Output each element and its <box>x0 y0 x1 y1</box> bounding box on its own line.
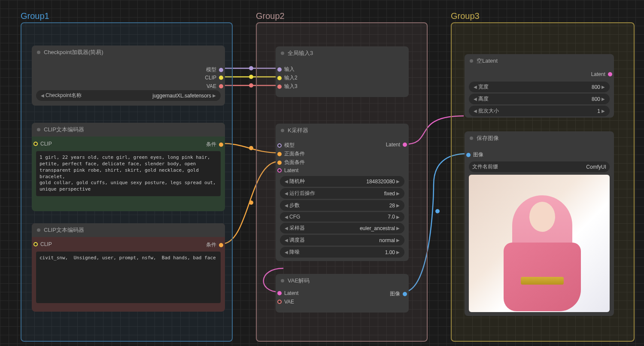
clip-text-positive-node[interactable]: CLIP文本编码器 CLIP 条件 1 girl, 22 years old, … <box>32 123 225 211</box>
input-port-latent[interactable] <box>277 168 282 173</box>
node-header[interactable]: 保存图像 <box>465 131 614 145</box>
ksampler-widget-6[interactable]: ◀降噪1.00▶ <box>280 247 404 258</box>
prompt-textarea[interactable]: civit_snw, Unsigned, user, prompt, nsfw,… <box>36 252 221 303</box>
vae-decode-node[interactable]: VAE解码 Latent 图像 VAE <box>276 274 409 313</box>
input-port-3[interactable] <box>277 85 282 89</box>
empty-latent-node[interactable]: 空Latent Latent ◀宽度800▶◀高度800▶◀批次大小1▶ <box>465 54 614 118</box>
clip-text-negative-node[interactable]: CLIP文本编码器 CLIP 条件 civit_snw, Unsigned, u… <box>32 223 225 312</box>
prev-arrow-icon[interactable]: ◀ <box>283 215 289 219</box>
collapse-dot[interactable] <box>37 51 40 54</box>
checkpoint-name-widget[interactable]: ◀Checkpoint名称juggernautXL.safetensors▶ <box>36 90 221 101</box>
save-image-node[interactable]: 保存图像 图像 文件名前缀ComfyUI <box>465 131 614 316</box>
ksampler-widget-3[interactable]: ◀CFG7.0▶ <box>280 212 404 222</box>
prev-arrow-icon[interactable]: ◀ <box>283 203 289 208</box>
next-arrow-icon[interactable]: ▶ <box>600 85 606 89</box>
node-header[interactable]: Checkpoint加载器(简易) <box>32 46 225 59</box>
next-arrow-icon[interactable]: ▶ <box>395 215 401 219</box>
output-image-preview[interactable] <box>469 175 610 312</box>
next-arrow-icon[interactable]: ▶ <box>600 109 606 113</box>
input-port-latent[interactable] <box>277 291 282 295</box>
ksampler-widget-1[interactable]: ◀运行后操作fixed▶ <box>280 188 404 199</box>
collapse-dot[interactable] <box>37 128 40 131</box>
group-1-title: Group1 <box>21 11 49 21</box>
output-port-vae[interactable] <box>219 84 223 88</box>
svg-point-5 <box>435 209 440 213</box>
next-arrow-icon[interactable]: ▶ <box>600 97 606 101</box>
ksampler-node[interactable]: K采样器 模型 Latent 正面条件 负面条件 Latent ◀随机种1848… <box>276 124 409 261</box>
next-arrow-icon[interactable]: ▶ <box>211 93 217 98</box>
next-arrow-icon[interactable]: ▶ <box>395 179 401 184</box>
group-2-title: Group2 <box>256 11 285 21</box>
prompt-textarea[interactable]: 1 girl, 22 years old, cute girl, green e… <box>36 151 221 196</box>
prev-arrow-icon[interactable]: ◀ <box>283 238 289 243</box>
ksampler-widget-5[interactable]: ◀调度器normal▶ <box>280 235 404 246</box>
collapse-dot[interactable] <box>470 137 473 140</box>
input-port-image[interactable] <box>466 153 471 157</box>
node-header[interactable]: CLIP文本编码器 <box>32 123 225 137</box>
collapse-dot[interactable] <box>281 129 284 132</box>
svg-point-1 <box>249 75 253 79</box>
input-port-model[interactable] <box>277 143 282 148</box>
ksampler-widget-0[interactable]: ◀随机种1848320080▶ <box>280 176 404 187</box>
node-header[interactable]: 空Latent <box>465 54 614 68</box>
output-port-conditioning[interactable] <box>219 243 223 247</box>
output-port-model[interactable] <box>219 68 223 72</box>
svg-point-3 <box>249 146 253 150</box>
next-arrow-icon[interactable]: ▶ <box>395 238 401 243</box>
next-arrow-icon[interactable]: ▶ <box>395 226 401 231</box>
prev-arrow-icon[interactable]: ◀ <box>283 250 289 255</box>
output-port-conditioning[interactable] <box>219 143 223 147</box>
latent-widget-2[interactable]: ◀批次大小1▶ <box>469 106 610 116</box>
input-port-negative[interactable] <box>277 161 282 165</box>
group-3-title: Group3 <box>451 11 480 21</box>
collapse-dot[interactable] <box>281 52 284 55</box>
input-port-positive[interactable] <box>277 152 282 156</box>
ksampler-widget-2[interactable]: ◀步数28▶ <box>280 200 404 211</box>
svg-point-0 <box>249 66 253 70</box>
input-port-vae[interactable] <box>277 300 282 304</box>
next-arrow-icon[interactable]: ▶ <box>395 191 401 196</box>
output-port-image[interactable] <box>403 292 407 296</box>
output-port-latent[interactable] <box>608 72 612 76</box>
node-header[interactable]: K采样器 <box>276 124 409 137</box>
latent-widget-0[interactable]: ◀宽度800▶ <box>469 82 610 92</box>
prev-arrow-icon[interactable]: ◀ <box>283 226 289 231</box>
filename-prefix-widget[interactable]: 文件名前缀ComfyUI <box>469 161 610 172</box>
output-port-clip[interactable] <box>219 76 223 80</box>
latent-widget-1[interactable]: ◀高度800▶ <box>469 94 610 104</box>
svg-point-2 <box>249 83 253 88</box>
collapse-dot[interactable] <box>37 228 40 232</box>
global-input-node[interactable]: 全局输入3 输入 输入2 输入3 <box>276 46 409 97</box>
input-port-clip[interactable] <box>33 142 38 146</box>
svg-point-4 <box>249 200 253 205</box>
collapse-dot[interactable] <box>281 279 284 282</box>
node-header[interactable]: CLIP文本编码器 <box>32 223 225 237</box>
prev-arrow-icon[interactable]: ◀ <box>472 109 478 113</box>
prev-arrow-icon[interactable]: ◀ <box>472 85 478 89</box>
next-arrow-icon[interactable]: ▶ <box>395 250 401 255</box>
prev-arrow-icon[interactable]: ◀ <box>283 179 289 184</box>
node-header[interactable]: 全局输入3 <box>276 46 409 60</box>
collapse-dot[interactable] <box>470 59 473 63</box>
prev-arrow-icon[interactable]: ◀ <box>472 97 478 101</box>
checkpoint-loader-node[interactable]: Checkpoint加载器(简易) 模型 CLIP VAE ◀Checkpoin… <box>32 46 225 106</box>
ksampler-widget-4[interactable]: ◀采样器euler_ancestral▶ <box>280 223 404 234</box>
node-header[interactable]: VAE解码 <box>276 274 409 288</box>
input-port-clip[interactable] <box>33 242 38 246</box>
next-arrow-icon[interactable]: ▶ <box>395 203 401 208</box>
output-port-latent[interactable] <box>403 143 407 147</box>
input-port-2[interactable] <box>277 76 282 80</box>
input-port-1[interactable] <box>277 67 282 72</box>
prev-arrow-icon[interactable]: ◀ <box>39 93 46 98</box>
prev-arrow-icon[interactable]: ◀ <box>283 191 289 196</box>
